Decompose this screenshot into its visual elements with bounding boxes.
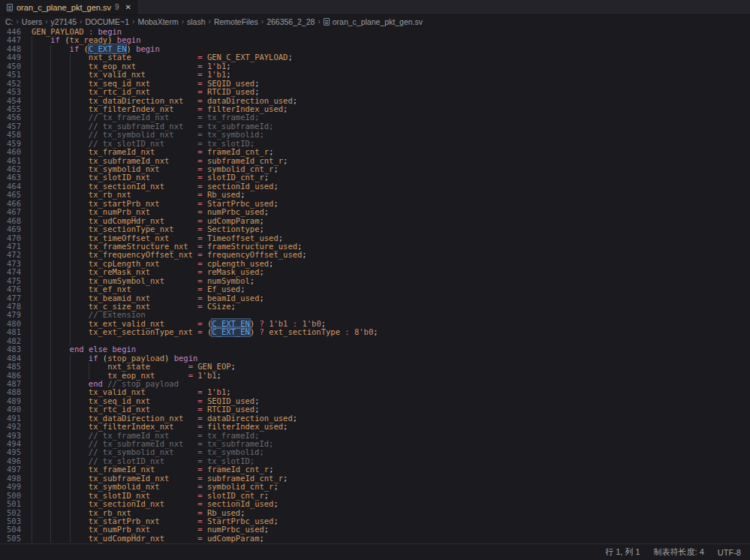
breadcrumb-item[interactable]: 266356_2_28 xyxy=(267,17,315,26)
tab-label: oran_c_plane_pkt_gen.sv xyxy=(17,3,111,12)
line-number[interactable]: 460 xyxy=(0,148,21,156)
line-number[interactable]: 499 xyxy=(0,483,21,491)
close-icon[interactable]: ✕ xyxy=(125,3,131,11)
breadcrumb-separator-icon: › xyxy=(17,17,19,26)
line-number[interactable]: 458 xyxy=(0,131,21,139)
line-number[interactable]: 490 xyxy=(0,405,21,414)
breadcrumb-separator-icon: › xyxy=(45,17,47,26)
breadcrumb-item[interactable]: DOCUME~1 xyxy=(85,17,129,26)
indent-guide xyxy=(50,534,51,543)
indent-guide xyxy=(70,534,71,543)
indent-guide xyxy=(32,534,32,543)
indent-guide xyxy=(70,328,71,336)
breadcrumb-separator-icon: › xyxy=(209,17,211,26)
tab-bar: oran_c_plane_pkt_gen.sv 9 ✕ xyxy=(0,0,750,15)
breadcrumb-item[interactable]: Users xyxy=(22,17,42,26)
status-cursor-position[interactable]: 行 1, 列 1 xyxy=(605,546,640,558)
breadcrumb-item[interactable]: MobaXterm xyxy=(137,17,178,26)
breadcrumb: C:›Users›y27145›DOCUME~1›MobaXterm›slash… xyxy=(0,15,750,28)
breadcrumb-separator-icon: › xyxy=(318,17,320,26)
tab-oran-c-plane-pkt-gen[interactable]: oran_c_plane_pkt_gen.sv 9 ✕ xyxy=(0,0,139,14)
line-number[interactable]: 467 xyxy=(0,208,21,216)
code-line[interactable]: 505 tx_udCompHdr_nxt = udCompParam; xyxy=(0,534,750,543)
line-number[interactable]: 469 xyxy=(0,225,21,233)
breadcrumb-separator-icon: › xyxy=(132,17,134,26)
breadcrumb-item[interactable]: y27145 xyxy=(51,17,77,26)
line-number[interactable]: 485 xyxy=(0,363,21,371)
tab-modified-badge: 9 xyxy=(115,3,119,11)
line-number[interactable]: 451 xyxy=(0,71,21,79)
breadcrumb-item[interactable]: RemoteFiles xyxy=(214,17,258,26)
breadcrumb-item[interactable]: C: xyxy=(5,17,14,26)
status-tab-size[interactable]: 制表符长度: 4 xyxy=(654,546,704,558)
code-text: tx_ext_sectionType_nxt = (C_EXT_EN) ? ex… xyxy=(32,328,378,336)
file-icon xyxy=(324,18,330,26)
code-text: tx_udCompHdr_nxt = udCompParam; xyxy=(32,534,264,543)
line-number[interactable]: 483 xyxy=(0,345,21,354)
breadcrumb-separator-icon: › xyxy=(261,17,264,26)
file-icon xyxy=(7,4,13,11)
status-bar: 行 1, 列 1 制表符长度: 4 UTF-8 xyxy=(0,543,750,560)
breadcrumb-separator-icon: › xyxy=(80,17,82,26)
breadcrumb-item[interactable]: slash xyxy=(187,17,206,26)
line-number[interactable]: 453 xyxy=(0,88,21,96)
breadcrumb-item[interactable]: oran_c_plane_pkt_gen.sv xyxy=(333,17,423,26)
indent-guide xyxy=(32,328,32,336)
line-number[interactable]: 505 xyxy=(0,534,21,543)
code-line[interactable]: 481 tx_ext_sectionType_nxt = (C_EXT_EN) … xyxy=(0,328,750,336)
line-number[interactable]: 492 xyxy=(0,423,21,431)
status-encoding[interactable]: UTF-8 xyxy=(718,548,741,557)
editor[interactable]: 446GEN_PAYLOAD : begin447 if (tx_ready) … xyxy=(0,28,750,543)
breadcrumb-separator-icon: › xyxy=(182,17,184,26)
line-number[interactable]: 476 xyxy=(0,285,21,294)
line-number[interactable]: 501 xyxy=(0,500,21,508)
line-number[interactable]: 474 xyxy=(0,268,21,276)
indent-guide xyxy=(50,328,51,336)
